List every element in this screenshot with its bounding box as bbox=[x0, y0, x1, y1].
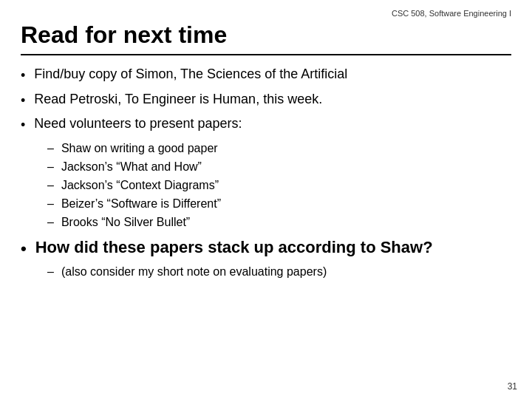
bullet-item-2: • Read Petroski, To Engineer is Human, t… bbox=[21, 91, 511, 109]
bullet-item-1: • Find/buy copy of Simon, The Sciences o… bbox=[21, 66, 511, 84]
sub-dash-1: – bbox=[47, 141, 54, 157]
main-bullet-list: • Find/buy copy of Simon, The Sciences o… bbox=[21, 66, 511, 134]
bullet-dot-1: • bbox=[21, 67, 25, 84]
sub-item-2: – Jackson’s “What and How” bbox=[47, 160, 511, 175]
bullet-text-3: Need volunteers to present papers: bbox=[34, 115, 242, 132]
slide-container: CSC 508, Software Engineering I Read for… bbox=[0, 0, 532, 399]
bottom-bullet-text: How did these papers stack up according … bbox=[35, 237, 433, 259]
sub-text-1: Shaw on writing a good paper bbox=[61, 141, 218, 157]
course-header: CSC 508, Software Engineering I bbox=[21, 9, 511, 18]
sub-dash-5: – bbox=[47, 215, 54, 231]
divider bbox=[21, 54, 511, 55]
bullet-dot-3: • bbox=[21, 117, 25, 134]
sub-text-2: Jackson’s “What and How” bbox=[61, 160, 202, 175]
sub-dash-4: – bbox=[47, 197, 54, 212]
bullet-dot-2: • bbox=[21, 92, 25, 109]
sub-text-5: Brooks “No Silver Bullet” bbox=[61, 215, 190, 231]
bullet-item-3: • Need volunteers to present papers: bbox=[21, 115, 511, 134]
sub-item-1: – Shaw on writing a good paper bbox=[47, 141, 511, 157]
sub-dash-3: – bbox=[47, 178, 54, 194]
bullet-text-2: Read Petroski, To Engineer is Human, thi… bbox=[34, 91, 322, 108]
sub-text-3: Jackson’s “Context Diagrams” bbox=[61, 178, 219, 194]
sub-dash-2: – bbox=[47, 160, 54, 175]
bottom-sub-text: (also consider my short note on evaluati… bbox=[61, 265, 327, 280]
slide-title: Read for next time bbox=[21, 22, 511, 48]
sub-item-4: – Beizer’s “Software is Different” bbox=[47, 197, 511, 212]
bottom-sub-item: – (also consider my short note on evalua… bbox=[47, 265, 511, 280]
page-number: 31 bbox=[508, 381, 517, 392]
sub-item-5: – Brooks “No Silver Bullet” bbox=[47, 215, 511, 231]
sub-item-3: – Jackson’s “Context Diagrams” bbox=[47, 178, 511, 194]
bottom-bullet-dot: • bbox=[21, 239, 27, 260]
sub-bullet-list: – Shaw on writing a good paper – Jackson… bbox=[47, 141, 511, 230]
sub-text-4: Beizer’s “Software is Different” bbox=[61, 197, 221, 212]
bottom-bullet: • How did these papers stack up accordin… bbox=[21, 237, 511, 260]
bottom-sub-dash: – bbox=[47, 265, 54, 280]
bullet-text-1: Find/buy copy of Simon, The Sciences of … bbox=[34, 66, 347, 83]
bottom-sub-list: – (also consider my short note on evalua… bbox=[47, 265, 511, 280]
